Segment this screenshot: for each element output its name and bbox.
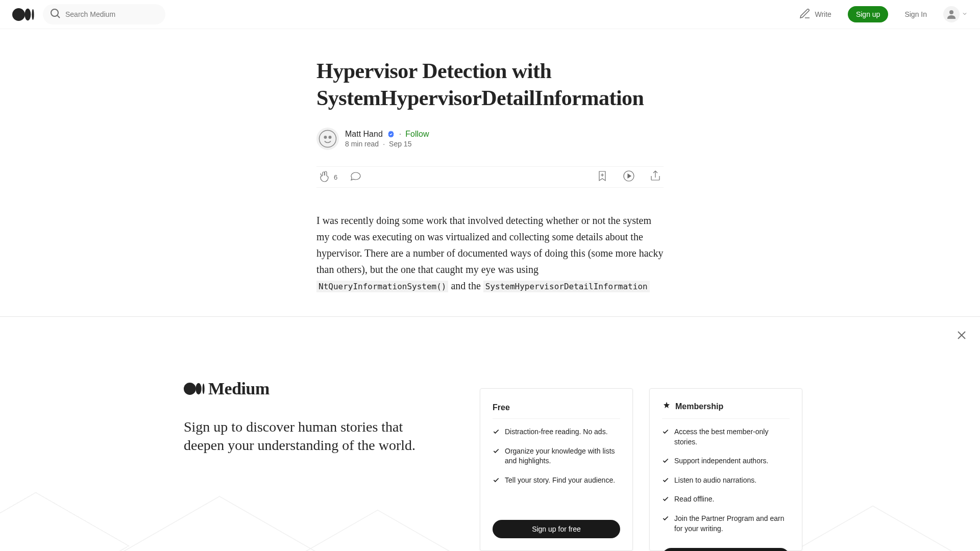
follow-link[interactable]: Follow bbox=[405, 130, 429, 139]
clap-icon bbox=[318, 170, 331, 184]
check-icon bbox=[493, 447, 500, 455]
plan-feature: Organize your knowledge with lists and h… bbox=[493, 446, 620, 466]
svg-point-3 bbox=[51, 9, 58, 16]
search-icon bbox=[49, 7, 61, 21]
byline: Matt Hand · Follow 8 min read · Sep 15 bbox=[316, 128, 664, 150]
wordmark-text: Medium bbox=[208, 379, 270, 398]
plan-feature-text: Distraction-free reading. No ads. bbox=[505, 427, 608, 437]
svg-point-5 bbox=[949, 10, 953, 14]
write-label: Write bbox=[815, 10, 831, 18]
share-icon bbox=[649, 170, 662, 184]
check-icon bbox=[493, 428, 500, 435]
try-membership-button[interactable]: Try for $5/month bbox=[662, 548, 790, 551]
top-nav: Write Sign up Sign In bbox=[0, 0, 980, 29]
inline-code-2: SystemHypervisorDetailInformation bbox=[483, 281, 650, 292]
plan-card-free: Free Distraction-free reading. No ads. O… bbox=[480, 388, 633, 551]
write-link[interactable]: Write bbox=[799, 8, 831, 21]
svg-point-7 bbox=[324, 136, 327, 139]
star-icon bbox=[662, 401, 671, 412]
check-icon bbox=[662, 457, 669, 464]
author-name[interactable]: Matt Hand bbox=[345, 130, 383, 139]
plan-free-title: Free bbox=[493, 403, 510, 412]
plan-membership-features: Access the best member-only stories. Sup… bbox=[662, 427, 790, 534]
check-icon bbox=[662, 477, 669, 484]
check-icon bbox=[662, 428, 669, 435]
svg-line-4 bbox=[58, 16, 60, 18]
plan-feature: Join the Partner Program and earn for yo… bbox=[662, 514, 790, 534]
verified-badge-icon bbox=[387, 130, 395, 138]
svg-point-6 bbox=[320, 131, 336, 147]
plan-card-membership: Membership Access the best member-only s… bbox=[649, 388, 802, 551]
responses-button[interactable] bbox=[350, 170, 362, 184]
svg-point-17 bbox=[195, 383, 201, 394]
read-time: 8 min read bbox=[345, 140, 379, 148]
share-button[interactable] bbox=[649, 170, 662, 184]
plan-feature: Read offline. bbox=[662, 494, 790, 505]
separator-dot: · bbox=[399, 130, 401, 139]
bookmark-icon bbox=[596, 170, 608, 184]
svg-point-0 bbox=[12, 8, 25, 21]
plan-feature: Support independent authors. bbox=[662, 456, 790, 466]
search-box[interactable] bbox=[43, 4, 165, 24]
article: Hypervisor Detection with SystemHypervis… bbox=[316, 29, 664, 294]
separator-dot: · bbox=[383, 140, 385, 148]
signup-overlay: Medium Sign up to discover human stories… bbox=[0, 316, 980, 551]
plan-feature: Listen to audio narrations. bbox=[662, 475, 790, 486]
check-icon bbox=[493, 477, 500, 484]
check-icon bbox=[662, 515, 669, 522]
svg-point-8 bbox=[329, 136, 331, 139]
author-avatar[interactable] bbox=[316, 128, 339, 150]
body-text-2: and the bbox=[448, 280, 483, 291]
plan-feature-text: Listen to audio narrations. bbox=[674, 475, 756, 486]
plan-feature: Tell your story. Find your audience. bbox=[493, 475, 620, 486]
clap-count: 6 bbox=[334, 173, 337, 181]
medium-logo[interactable] bbox=[12, 8, 35, 21]
play-circle-icon bbox=[623, 170, 635, 184]
svg-marker-12 bbox=[628, 174, 631, 178]
signup-button[interactable]: Sign up bbox=[848, 6, 888, 22]
avatar-placeholder bbox=[943, 6, 960, 22]
body-text-1: I was recently doing some work that invo… bbox=[316, 215, 663, 275]
medium-logo-icon bbox=[184, 378, 205, 399]
profile-menu[interactable] bbox=[943, 6, 968, 22]
plan-feature-text: Tell your story. Find your audience. bbox=[505, 475, 615, 486]
action-bar: 6 bbox=[316, 166, 664, 188]
article-paragraph: I was recently doing some work that invo… bbox=[316, 212, 664, 294]
bookmark-button[interactable] bbox=[596, 170, 608, 184]
clap-button[interactable]: 6 bbox=[318, 170, 337, 184]
publish-date: Sep 15 bbox=[389, 140, 411, 148]
article-title: Hypervisor Detection with SystemHypervis… bbox=[316, 58, 664, 111]
svg-point-1 bbox=[24, 8, 31, 20]
nav-right: Write Sign up Sign In bbox=[799, 6, 968, 22]
plan-feature-text: Read offline. bbox=[674, 494, 714, 505]
signup-free-button[interactable]: Sign up for free bbox=[493, 520, 620, 538]
overlay-plans: Free Distraction-free reading. No ads. O… bbox=[480, 388, 802, 551]
chevron-down-icon bbox=[962, 10, 968, 19]
plan-feature: Access the best member-only stories. bbox=[662, 427, 790, 447]
plan-feature: Distraction-free reading. No ads. bbox=[493, 427, 620, 437]
plan-feature-text: Join the Partner Program and earn for yo… bbox=[674, 514, 790, 534]
overlay-tagline: Sign up to discover human stories that d… bbox=[184, 418, 439, 455]
speech-bubble-icon bbox=[350, 170, 362, 184]
write-icon bbox=[799, 8, 811, 21]
check-icon bbox=[662, 495, 669, 503]
overlay-left: Medium Sign up to discover human stories… bbox=[184, 378, 439, 551]
medium-wordmark: Medium bbox=[184, 378, 439, 399]
svg-point-16 bbox=[184, 383, 196, 395]
plan-feature-text: Support independent authors. bbox=[674, 456, 768, 466]
plan-feature-text: Access the best member-only stories. bbox=[674, 427, 790, 447]
plan-membership-title: Membership bbox=[675, 402, 723, 411]
plan-feature-text: Organize your knowledge with lists and h… bbox=[505, 446, 620, 466]
plan-free-features: Distraction-free reading. No ads. Organi… bbox=[493, 427, 620, 506]
listen-button[interactable] bbox=[623, 170, 635, 184]
svg-point-18 bbox=[203, 384, 205, 394]
inline-code-1: NtQueryInformationSystem() bbox=[316, 281, 448, 292]
search-input[interactable] bbox=[65, 10, 159, 18]
signin-link[interactable]: Sign In bbox=[904, 10, 927, 18]
svg-point-2 bbox=[32, 9, 34, 20]
